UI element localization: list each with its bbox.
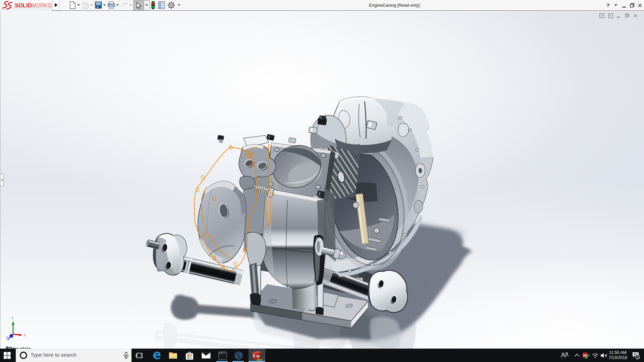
svg-text:3: 3	[637, 355, 639, 359]
svg-text:Y: Y	[11, 317, 13, 320]
svg-text:Z: Z	[6, 336, 8, 340]
svg-text:?: ?	[606, 2, 609, 8]
svg-text:sw: sw	[583, 354, 587, 357]
svg-text:2017: 2017	[257, 358, 263, 361]
svg-text:SOLID: SOLID	[15, 2, 32, 8]
svg-text:WORKS: WORKS	[31, 2, 51, 8]
svg-text:W: W	[256, 355, 260, 358]
svg-text:C:\_: C:\_	[219, 352, 223, 354]
svg-text:X: X	[24, 334, 26, 338]
svg-text:>_: >_	[219, 354, 222, 357]
svg-text:S: S	[253, 354, 255, 358]
